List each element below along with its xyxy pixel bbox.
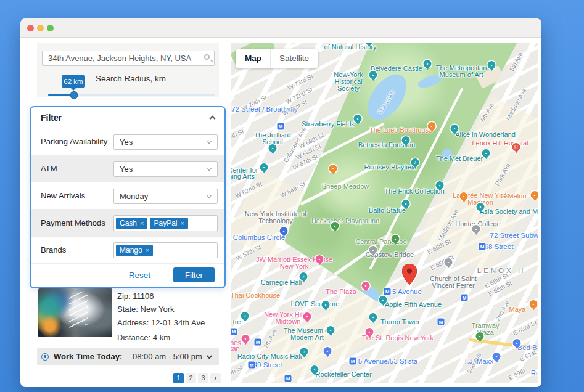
map-label: Thai Cookhouse — [231, 292, 280, 299]
work-time-label: Work Time Today: — [54, 352, 122, 361]
green-poi-pin-icon: • — [392, 235, 400, 243]
reset-button[interactable]: Reset — [129, 271, 150, 280]
work-time-value: 08:00 am - 5:00 pm — [133, 352, 202, 361]
subway-station-icon: M — [350, 358, 356, 365]
green-poi-pin-icon: • — [476, 332, 484, 340]
filter-select-2[interactable]: Monday — [113, 189, 218, 204]
app-window: 62 km Search Radius, km Filter Parking A… — [20, 18, 541, 387]
minimize-window-button[interactable] — [37, 25, 44, 31]
teal-poi-pin-icon: • — [327, 326, 335, 334]
page-button-2[interactable]: 2 — [186, 373, 196, 383]
tag-remove-icon[interactable]: × — [180, 219, 184, 227]
map-label: Alice in Wonderland — [455, 131, 516, 138]
subway-station-icon: M — [249, 362, 255, 369]
filter-panel-title: Filter — [41, 113, 62, 123]
store-photo[interactable] — [38, 288, 112, 337]
radius-label: Search Radius, km — [96, 74, 166, 83]
tag-paypal[interactable]: PayPal× — [150, 218, 187, 229]
map-label: 5 Avenue — [392, 288, 422, 295]
map-label: Maya — [509, 306, 526, 313]
map-label: Sheep Meadow — [322, 183, 369, 190]
map-label: Columbus Circle — [233, 234, 285, 241]
teal-poi-pin-icon: • — [269, 144, 277, 152]
map-label: 5 Avenue/53 St sta — [358, 358, 417, 365]
map-label: The Met Breuer — [436, 155, 483, 162]
filter-panel-header[interactable]: Filter — [31, 107, 224, 128]
teal-poi-pin-icon: ♪ — [300, 348, 308, 356]
radius-slider[interactable] — [48, 91, 215, 99]
filter-row-label: Payment Methods — [41, 218, 105, 227]
work-time-bar[interactable]: Work Time Today: 08:00 am - 5:00 pm — [37, 348, 219, 365]
store-info-line: Address: 12-01 34th Ave — [117, 316, 222, 329]
chevron-up-icon[interactable] — [210, 116, 216, 122]
blue-poi-pin-icon: • — [513, 339, 521, 347]
filter-row: New ArrivalsMonday — [31, 182, 224, 210]
filter-tags-input-4[interactable]: Mango× — [113, 242, 218, 258]
map-label: tre — [233, 319, 241, 325]
teal-poi-pin-icon: ♪ — [411, 158, 419, 166]
slider-thumb[interactable] — [70, 91, 78, 99]
filter-tags-input-3[interactable]: Cash×PayPal× — [113, 215, 218, 231]
map-label: Heckscher Playground — [311, 218, 380, 224]
teal-poi-pin-icon: • — [369, 71, 377, 79]
filter-row-label: Brands — [41, 245, 66, 255]
store-info-line: State: New York — [117, 303, 222, 316]
orange-poi-pin-icon: • — [329, 165, 337, 173]
tag-cash[interactable]: Cash× — [116, 218, 147, 229]
satellite-view-button[interactable]: Satellite — [271, 49, 318, 68]
filter-row-label: ATM — [41, 164, 57, 173]
filter-select-0[interactable]: Yes — [113, 134, 218, 150]
filter-select-value: Yes — [120, 137, 133, 147]
subway-station-icon: M — [479, 243, 486, 250]
store-info: Zip: 11106State: New YorkAddress: 12-01 … — [117, 290, 222, 345]
search-input[interactable] — [42, 51, 215, 66]
clock-icon — [41, 353, 49, 361]
teal-poi-pin-icon: • — [402, 136, 410, 144]
radius-value-badge: 62 km — [62, 75, 85, 88]
pagination: 123› — [173, 373, 223, 383]
next-page-button[interactable]: › — [210, 373, 221, 383]
tag-mango[interactable]: Mango× — [116, 245, 153, 256]
map-label: Carnegie Hall — [261, 279, 302, 286]
map-label: Apple Fifth Avenue — [385, 301, 442, 308]
map-view-button[interactable]: Map — [236, 49, 271, 68]
filter-select-1[interactable]: Yes — [113, 161, 218, 177]
search-icon[interactable] — [204, 54, 210, 60]
teal-poi-pin-icon: ♪ — [241, 312, 249, 320]
pink-poi-pin-icon: • — [366, 328, 374, 336]
map-label: JG Melon — [497, 193, 526, 200]
page-button-1[interactable]: 1 — [173, 373, 184, 383]
filter-select-value: Yes — [120, 165, 133, 174]
red-poi-pin-icon: H — [512, 143, 520, 151]
orange-poi-pin-icon: • — [530, 300, 538, 308]
zoom-window-button[interactable] — [47, 25, 54, 31]
green-poi-pin-icon: • — [331, 222, 339, 230]
map-canvas[interactable]: of Natural HistoryNew-York Historical So… — [231, 43, 538, 383]
filter-row-label: Parking Availability — [41, 137, 107, 146]
teal-poi-pin-icon: • — [402, 200, 410, 208]
map-label: Rockefeller Center — [315, 371, 371, 378]
tag-remove-icon[interactable]: × — [140, 219, 144, 227]
pink-poi-pin-icon: • — [362, 282, 370, 290]
map-label: ming Arts — [231, 173, 255, 180]
map-label: Strawberry Fields — [302, 121, 355, 128]
page-button-3[interactable]: 3 — [198, 373, 208, 383]
filter-apply-button[interactable]: Filter — [173, 267, 215, 282]
teal-poi-pin-icon: • — [354, 115, 362, 123]
map-label: LENOX H — [477, 267, 526, 274]
map-label: The St. Regis New York — [362, 335, 434, 341]
map-label: The Loeb Boathouse — [369, 127, 432, 134]
subway-station-icon: M — [255, 339, 261, 346]
map-label: Balto Statue — [369, 207, 406, 214]
gray-poi-pin-icon: • — [445, 258, 453, 266]
chevron-down-icon[interactable] — [207, 353, 213, 359]
map-label: Church of Saint Vincent Ferrer — [421, 276, 486, 289]
map-label: New-York Historical Society — [323, 71, 374, 92]
tag-remove-icon[interactable]: × — [146, 247, 149, 254]
subway-station-icon: M — [278, 123, 284, 130]
destination-marker-icon[interactable] — [402, 264, 417, 285]
close-window-button[interactable] — [27, 25, 34, 31]
blue-poi-pin-icon: • — [324, 347, 332, 355]
store-info-line: Distance: 4 km — [117, 331, 222, 344]
map-label: Asia Society and M — [480, 208, 538, 215]
